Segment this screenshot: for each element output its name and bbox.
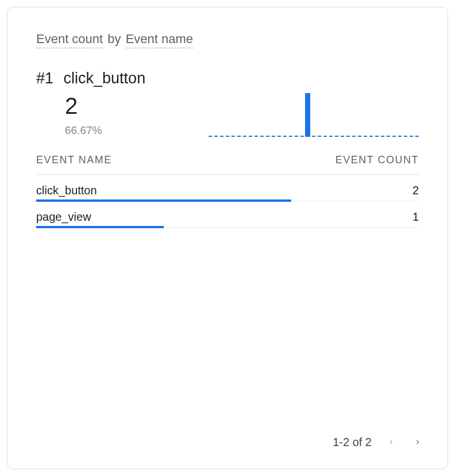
pagination-label: 1-2 of 2 [333,436,372,449]
highlight-percent: 66.67% [36,124,209,137]
row-event-name: click_button [36,184,97,197]
row-event-name: page_view [36,210,91,224]
metric-selector[interactable]: Event count [36,32,103,48]
highlight-name: click_button [64,70,146,87]
sparkline-bar [305,93,310,137]
highlight-rank: #1 [36,70,53,87]
table-row[interactable]: page_view1 [36,201,419,228]
highlight-text: #1 click_button 2 66.67% [36,70,209,137]
chevron-right-icon [414,436,422,448]
title-by: by [106,32,122,46]
dimension-selector[interactable]: Event name [126,32,193,48]
column-event-count: EVENT COUNT [336,154,419,166]
row-event-count: 1 [412,210,419,224]
column-event-name: EVENT NAME [36,154,112,166]
highlight-value: 2 [36,93,209,118]
sparkline-baseline [209,136,419,137]
row-event-count: 2 [412,184,419,197]
table-body: click_button2page_view1 [36,175,419,228]
pagination: 1-2 of 2 [333,435,425,449]
highlight-rank-line: #1 click_button [36,70,209,87]
event-count-card: Event count by Event name #1 click_butto… [7,7,448,469]
prev-page-button[interactable] [384,435,398,449]
table-header: EVENT NAME EVENT COUNT [36,154,419,175]
chevron-left-icon [387,436,395,448]
top-highlight: #1 click_button 2 66.67% [36,70,419,137]
row-bar [36,226,164,228]
sparkline-chart [209,92,419,137]
next-page-button[interactable] [411,435,425,449]
table-row[interactable]: click_button2 [36,175,419,201]
card-title: Event count by Event name [36,32,419,47]
